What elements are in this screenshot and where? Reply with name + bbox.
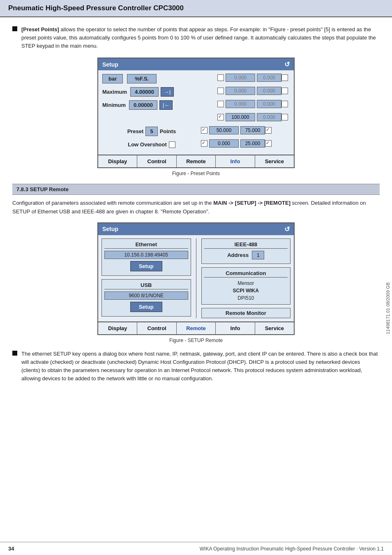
preset-val-row-4: 100.000 0.000 [217, 113, 290, 121]
comm-dpi[interactable]: DPI510 [204, 294, 288, 302]
address-row: Address 1 [204, 251, 288, 259]
preset-val-row-2: 0.000 0.000 [217, 87, 290, 95]
bullet-text-2: The ethernet SETUP key opens a dialog bo… [21, 350, 380, 383]
footer-btn-info-2[interactable]: Info [216, 322, 255, 334]
checkbox-5b[interactable] [265, 127, 272, 134]
val-100: 100.000 [226, 113, 255, 121]
section-para-before: Configuration of parameters associated w… [12, 200, 213, 206]
footer-page-number: 34 [8, 546, 14, 552]
ethernet-setup-btn[interactable]: Setup [130, 261, 162, 271]
footer-btn-display-2[interactable]: Display [98, 322, 137, 334]
section-bold-path: MAIN -> [SETUP] -> [REMOTE] [213, 200, 291, 206]
section-783-text: Configuration of parameters associated w… [12, 199, 380, 215]
setup-header-2: Setup ↺ [98, 223, 294, 235]
preset-label: Preset [127, 128, 144, 134]
val-0-000a: 0.000 [226, 74, 255, 82]
fs-label: %F.S. [127, 74, 157, 83]
val-0: 0.000 [209, 139, 239, 148]
footer-btn-control-2[interactable]: Control [137, 322, 176, 334]
bullet-icon [12, 26, 17, 31]
footer-btn-remote-1[interactable]: Remote [177, 155, 216, 167]
val-0-000e: 0.000 [226, 100, 255, 108]
figure-preset-points: Setup ↺ bar %F.S. [97, 58, 295, 176]
bar-label: bar [102, 74, 123, 83]
footer-btn-info-1[interactable]: Info [216, 155, 255, 167]
checkbox-1[interactable] [217, 74, 224, 81]
comm-scpi[interactable]: SCPI WIKA [204, 287, 288, 294]
figure-caption-2: Figure - SETUP Remote [169, 338, 223, 343]
setup-footer-2: Display Control Remote Info Service [98, 321, 294, 334]
val-0-000f: 0.000 [257, 100, 281, 108]
address-label: Address [227, 252, 249, 258]
setup-label-2: Setup [102, 226, 118, 232]
usb-value: 9600 8/1/NONE [104, 291, 188, 300]
footer-btn-display-1[interactable]: Display [98, 155, 137, 167]
min-label: Minimum [102, 102, 126, 108]
footer-btn-remote-2[interactable]: Remote [177, 322, 216, 334]
checkbox-4b[interactable] [281, 114, 288, 120]
checkbox-3b[interactable] [281, 101, 288, 107]
bullet-rest: allows the operator to select the number… [21, 26, 376, 49]
comm-mensor[interactable]: Mensor [204, 280, 288, 287]
usb-setup-btn[interactable]: Setup [130, 302, 162, 312]
bullet-bold: [Preset Points] [21, 26, 59, 32]
max-value: 4.00000 [130, 87, 159, 97]
checkbox-3[interactable] [217, 101, 224, 107]
checkbox-2b[interactable] [281, 88, 288, 94]
ieee-label: IEEE-488 [204, 241, 288, 249]
val-50: 50.000 [209, 126, 239, 134]
vertical-separator [196, 238, 196, 318]
remote-monitor[interactable]: Remote Monitor [204, 310, 288, 316]
checkbox-low[interactable] [169, 141, 175, 148]
section-783-title: 7.8.3 SETUP Remote [12, 184, 380, 195]
setup-header-1: Setup ↺ [98, 58, 294, 70]
reset-icon-1[interactable]: ↺ [284, 60, 290, 68]
checkbox-4[interactable] [217, 114, 224, 120]
bullet-preset-points: [Preset Points] allows the operator to s… [12, 25, 380, 50]
margin-text: 11498171.01 08/2009 GB [384, 123, 392, 493]
footer-btn-service-2[interactable]: Service [255, 322, 294, 334]
figure-caption-1: Figure - Preset Points [172, 171, 220, 176]
footer-btn-service-1[interactable]: Service [255, 155, 294, 167]
checkbox-6b[interactable] [265, 140, 272, 147]
min-value: 0.00000 [129, 100, 157, 110]
bullet-icon-2 [12, 351, 17, 356]
setup-box-2: Setup ↺ Ethernet 10.156.0.198:49405 Setu… [97, 222, 295, 335]
reset-icon-2[interactable]: ↺ [284, 225, 290, 233]
min-arrow-btn[interactable]: |← [159, 100, 173, 110]
setup-label-1: Setup [102, 61, 118, 68]
preset-val-row-1: 0.000 0.000 [217, 74, 290, 82]
footer-description: WIKA Operating Instruction Pneumatic Hig… [200, 546, 384, 552]
footer-btn-control-1[interactable]: Control [137, 155, 176, 167]
ethernet-value: 10.156.0.198:49405 [104, 251, 188, 259]
low-overshoot-label: Low Overshoot [128, 141, 167, 148]
preset-suffix: Points [160, 128, 176, 134]
remote-right: IEEE-488 Address 1 Communication Mensor … [201, 238, 291, 318]
page-header: Pneumatic High-Speed Pressure Controller… [0, 0, 392, 17]
remote-left: Ethernet 10.156.0.198:49405 Setup USB 96… [101, 238, 191, 318]
setup-footer-1: Display Control Remote Info Service [98, 155, 294, 167]
preset-val-row-6: 0.000 25.000 [201, 139, 273, 148]
comm-label: Communication [204, 270, 288, 278]
preset-num: 5 [145, 127, 157, 136]
checkbox-1b[interactable] [281, 74, 288, 81]
setup-body-1: bar %F.S. 0.000 0.000 [98, 70, 294, 155]
checkbox-6[interactable] [201, 140, 208, 147]
address-value: 1 [252, 251, 264, 259]
checkbox-2[interactable] [217, 88, 224, 94]
page-footer: 34 WIKA Operating Instruction Pneumatic … [0, 542, 392, 555]
remote-body: Ethernet 10.156.0.198:49405 Setup USB 96… [98, 235, 294, 321]
val-0-000g: 0.000 [257, 113, 281, 121]
val-0-000c: 0.000 [226, 87, 255, 95]
page-content: [Preset Points] allows the operator to s… [0, 17, 392, 398]
usb-label: USB [104, 282, 188, 289]
bullet-ethernet: The ethernet SETUP key opens a dialog bo… [12, 350, 380, 383]
val-25: 25.000 [240, 139, 265, 148]
figure-setup-remote: Setup ↺ Ethernet 10.156.0.198:49405 Setu… [97, 222, 295, 343]
max-arrow-btn[interactable]: →| [161, 87, 174, 97]
bullet-text: [Preset Points] allows the operator to s… [21, 25, 380, 50]
val-0-000d: 0.000 [257, 87, 281, 95]
page-title: Pneumatic High-Speed Pressure Controller… [8, 4, 384, 12]
ethernet-label: Ethernet [104, 241, 188, 249]
checkbox-5[interactable] [201, 127, 208, 134]
